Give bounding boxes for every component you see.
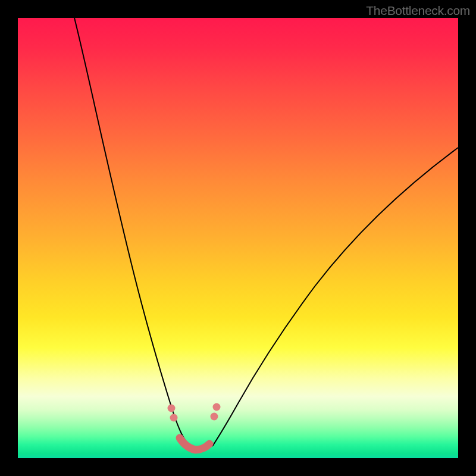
bottom-highlight-band (180, 438, 209, 450)
watermark-text: TheBottleneck.com (366, 4, 470, 18)
highlight-dot (168, 405, 176, 412)
chart-svg (18, 18, 458, 458)
right-curve (212, 148, 458, 446)
highlight-dot (211, 413, 218, 421)
highlight-dot (170, 414, 178, 422)
highlight-dot (213, 403, 221, 411)
left-curve (74, 18, 193, 451)
